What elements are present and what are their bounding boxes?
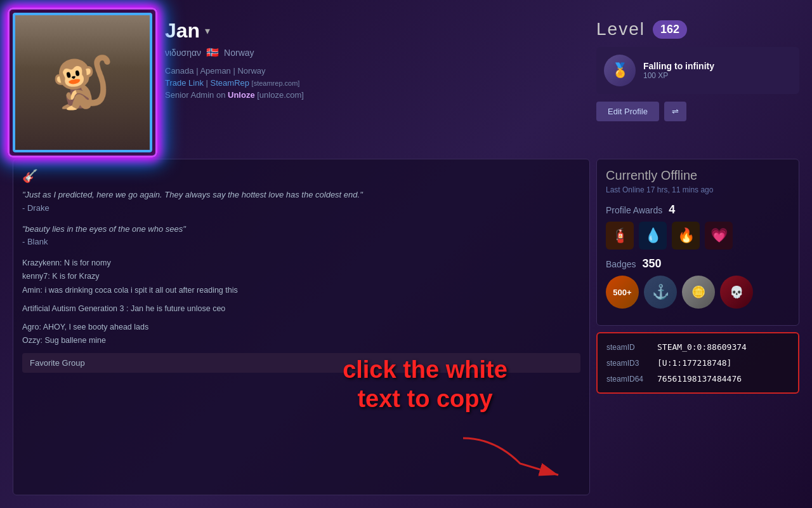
quote1-block: "Just as I predicted, here we go again. …	[22, 189, 580, 215]
steamrep-link[interactable]: SteamRep	[211, 78, 249, 88]
level-badge: 162	[653, 20, 687, 39]
avatar-figure: 🐒	[51, 57, 114, 108]
dropdown-arrow[interactable]: ▾	[205, 25, 210, 37]
achievement-info: Falling to infinity 100 XP	[643, 61, 714, 80]
level-section: Level 162 🏅 Falling to infinity 100 XP E…	[596, 13, 799, 121]
misc-chat-lines: Agro: AHOY, I see booty ahead lads Ozzy:…	[22, 321, 580, 348]
award-2: 💧	[639, 222, 667, 250]
badges-grid: 500+ ⚓ 🪙 💀	[606, 276, 790, 309]
quote2-block: "beauty lies in the eyes of the one who …	[22, 223, 580, 250]
awards-count: 4	[669, 203, 675, 216]
edit-profile-button[interactable]: Edit Profile	[596, 102, 659, 121]
profile-buttons: Edit Profile ⇌	[596, 102, 799, 121]
profile-icon-button[interactable]: ⇌	[664, 102, 686, 121]
admin-site[interactable]: Unloze	[228, 90, 255, 100]
avatar: 🐒	[13, 13, 152, 152]
achievement-icon-symbol: 🏅	[612, 62, 629, 79]
achievement-name: Falling to infinity	[643, 61, 714, 71]
status-row: νιδυσηαν 🇳🇴 Norway	[165, 46, 584, 58]
steamid64-label: steamID64	[606, 375, 651, 384]
quote2-text: "beauty lies in the eyes of the one who …	[22, 223, 580, 236]
last-online: Last Online 17 hrs, 11 mins ago	[606, 185, 790, 194]
username-row: Jan ▾	[165, 19, 584, 43]
badge-coin: 🪙	[682, 276, 715, 309]
awards-label: Profile Awards	[606, 205, 662, 215]
award-4: 💗	[705, 222, 733, 250]
badges-label: Badges	[606, 259, 636, 269]
steamid64-value[interactable]: 76561198137484476	[657, 374, 742, 384]
steamid64-row: steamID64 76561198137484476	[606, 374, 789, 384]
badges-count: 350	[642, 257, 661, 270]
admin-row: Senior Admin on Unloze [unloze.com]	[165, 90, 584, 100]
badge-500: 500+	[606, 276, 639, 309]
steamrep-url: [steamrep.com]	[252, 79, 300, 87]
bottom-section: 🎸 "Just as I predicted, here we go again…	[13, 159, 799, 495]
chat-lines: Krazykenn: N is for nomy kenny7: K is fo…	[22, 257, 580, 297]
level-header: Level 162	[596, 19, 799, 39]
steamid-value[interactable]: STEAM_0:0:88609374	[657, 342, 747, 352]
award-1: 🧯	[606, 222, 634, 250]
left-panel: 🎸 "Just as I predicted, here we go again…	[13, 159, 590, 495]
chat-line-1: Krazykenn: N is for nomy	[22, 257, 580, 270]
level-label: Level	[596, 19, 645, 39]
location-row: Canada | Apeman | Norway	[165, 66, 584, 76]
badges-section: Badges 350 500+ ⚓ 🪙 💀	[606, 257, 790, 309]
misc-chat-2: Ozzy: Sug ballene mine	[22, 334, 580, 347]
chat-line-2: kenny7: K is for Krazy	[22, 270, 580, 283]
badge-face: 💀	[720, 276, 753, 309]
badge-anchor: ⚓	[644, 276, 677, 309]
award-3: 🔥	[672, 222, 700, 250]
steamid-row: steamID STEAM_0:0:88609374	[606, 342, 789, 352]
awards-section: Profile Awards 4 🧯 💧 🔥 💗	[606, 203, 790, 250]
trade-link[interactable]: Trade Link	[165, 78, 204, 88]
country-name: Norway	[224, 48, 254, 58]
steamid-panel: steamID STEAM_0:0:88609374 steamID3 [U:1…	[596, 332, 799, 394]
achievement-icon: 🏅	[604, 55, 636, 86]
steamid3-value[interactable]: [U:1:177218748]	[657, 358, 731, 368]
awards-grid: 🧯 💧 🔥 💗	[606, 222, 790, 250]
admin-prefix: Senior Admin on	[165, 90, 228, 100]
flag-icon: 🇳🇴	[206, 46, 219, 58]
admin-url: [unloze.com]	[255, 90, 304, 100]
links-row: Trade Link | SteamRep [steamrep.com]	[165, 78, 584, 88]
achievement-xp: 100 XP	[643, 71, 714, 80]
awards-title: Profile Awards 4	[606, 203, 790, 217]
right-panel: Currently Offline Last Online 17 hrs, 11…	[596, 159, 799, 495]
favorite-group-bar: Favorite Group	[22, 353, 580, 373]
separator1: |	[206, 78, 211, 88]
quote1-text: "Just as I predicted, here we go again. …	[22, 189, 580, 202]
offline-status: Currently Offline	[606, 168, 790, 183]
panel-icon: 🎸	[22, 168, 580, 184]
page-wrapper: 🐒 Jan ▾ νιδυσηαν 🇳🇴 Norway Canada | Apem…	[0, 0, 812, 508]
badges-title: Badges 350	[606, 257, 790, 271]
avatar-container: 🐒	[13, 13, 152, 152]
quote1-author: - Drake	[22, 202, 580, 215]
username: Jan	[165, 19, 200, 43]
status-panel: Currently Offline Last Online 17 hrs, 11…	[596, 159, 799, 326]
chat-line-3: Amin: i was drinking coca cola i spit it…	[22, 284, 580, 297]
steamid3-row: steamID3 [U:1:177218748]	[606, 358, 789, 368]
top-section: 🐒 Jan ▾ νιδυσηαν 🇳🇴 Norway Canada | Apem…	[13, 13, 799, 152]
profile-info: Jan ▾ νιδυσηαν 🇳🇴 Norway Canada | Apeman…	[165, 13, 584, 102]
misc-text-1: Artificial Autism Generation 3 : Jan he …	[22, 302, 580, 316]
status-text: νιδυσηαν	[165, 48, 201, 58]
steamid3-label: steamID3	[606, 359, 651, 368]
misc-chat-1: Agro: AHOY, I see booty ahead lads	[22, 321, 580, 334]
achievement-card: 🏅 Falling to infinity 100 XP	[596, 47, 799, 94]
quote2-author: - Blank	[22, 236, 580, 249]
steamid-label: steamID	[606, 343, 651, 352]
